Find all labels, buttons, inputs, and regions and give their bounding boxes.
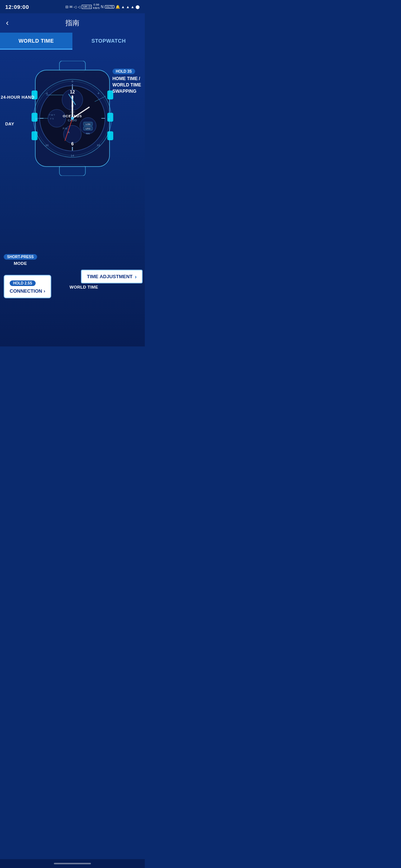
svg-text:F S: F S — [50, 118, 53, 120]
svg-text:-6: -6 — [35, 118, 38, 121]
svg-text:A: A — [68, 131, 70, 134]
wifi-icon1: ◁ — [74, 5, 76, 9]
svg-text:UTO: UTO — [86, 128, 91, 130]
tab-world-time[interactable]: WORLD TIME — [0, 33, 72, 50]
watch-illustration: 0 4 6 10 14 -10 -6 -4 24 12 T W T F — [24, 61, 121, 177]
nfc-icon: N — [101, 5, 104, 9]
mr-icon: MR-D — [82, 5, 92, 9]
svg-text:-10: -10 — [44, 144, 49, 147]
vibrate-icon: 🔔 — [115, 5, 120, 9]
wifi-icon2: ◁ — [78, 5, 81, 9]
status-icons: ⊟ ✉ ◁ ◁ MR-D 0.98KB/S N VoLTE 🔔 ▲ ▲ ▲ ⬤ — [65, 3, 140, 10]
connection-button-container: HOLD 2.5S CONNECTION › — [4, 275, 51, 298]
annotation-day: DAY — [5, 120, 14, 127]
tab-bar: WORLD TIME STOPWATCH — [0, 33, 145, 50]
svg-text:6: 6 — [71, 141, 74, 147]
home-time-label: HOME TIME / WORLD TIME SWAPPING — [113, 76, 141, 94]
time-adjustment-button[interactable]: TIME ADJUSTMENT › — [81, 270, 143, 283]
day-label: DAY — [5, 122, 14, 126]
volte-icon: VoLTE — [105, 5, 115, 9]
hold25s-badge: HOLD 2.5S — [10, 280, 36, 286]
annotation-worldtime: WORLD TIME — [69, 283, 98, 290]
annotation-hold3s-group: HOLD 3S HOME TIME / WORLD TIME SWAPPING — [113, 68, 141, 94]
svg-text:RAI: RAI — [86, 132, 90, 135]
header: ‹ 指南 — [0, 13, 145, 33]
tab-world-time-label: WORLD TIME — [19, 38, 54, 44]
svg-text:12: 12 — [70, 89, 75, 95]
time-adjustment-label: TIME ADJUSTMENT — [87, 274, 133, 279]
short-press-badge: SHORT-PRESS — [4, 254, 37, 260]
status-bar: 12:09:00 ⊟ ✉ ◁ ◁ MR-D 0.98KB/S N VoLTE 🔔… — [0, 0, 145, 13]
signal1: ▲ — [126, 5, 130, 9]
battery-icon: ⬤ — [136, 5, 140, 9]
sim-icon: ⊟ — [65, 5, 68, 9]
wifi-signal: ▲ — [121, 5, 125, 9]
svg-text:4: 4 — [98, 92, 100, 95]
svg-text:6: 6 — [108, 118, 110, 121]
svg-text:P-N: P-N — [63, 127, 67, 130]
signal2: ▲ — [131, 5, 134, 9]
connection-button[interactable]: CONNECTION › — [10, 288, 45, 294]
24hour-hand-label: 24-HOUR HAND — [1, 95, 35, 99]
hold25s-badge-container: HOLD 2.5S — [10, 279, 45, 287]
svg-rect-5 — [32, 131, 38, 140]
svg-point-51 — [71, 117, 74, 120]
svg-text:AT/D: AT/D — [70, 111, 75, 113]
svg-text:14: 14 — [71, 154, 74, 157]
page-title: 指南 — [6, 18, 139, 28]
svg-text:LON: LON — [86, 123, 90, 125]
svg-text:T W T: T W T — [49, 114, 55, 116]
svg-text:AST: AST — [70, 114, 75, 116]
hold3s-badge: HOLD 3S — [113, 69, 135, 74]
svg-text:-4: -4 — [45, 92, 48, 95]
time-adjustment-container: TIME ADJUSTMENT › — [81, 270, 143, 283]
speed-indicator: 0.98KB/S — [93, 3, 100, 10]
time-adjustment-arrow: › — [135, 273, 137, 280]
status-time: 12:09:00 — [5, 4, 29, 10]
annotation-24hour: 24-HOUR HAND — [1, 93, 35, 100]
svg-text:10: 10 — [97, 144, 100, 147]
connection-arrow: › — [43, 288, 45, 294]
connection-label: CONNECTION — [10, 288, 42, 294]
watch-container: 0 4 6 10 14 -10 -6 -4 24 12 T W T F — [0, 50, 145, 346]
world-time-label: WORLD TIME — [69, 285, 98, 289]
tab-stopwatch-label: STOPWATCH — [91, 38, 126, 44]
tab-stopwatch[interactable]: STOPWATCH — [72, 33, 145, 50]
mail-icon: ✉ — [69, 5, 72, 9]
main-content: 0 4 6 10 14 -10 -6 -4 24 12 T W T F — [0, 50, 145, 346]
svg-text:0: 0 — [72, 80, 74, 83]
svg-rect-8 — [107, 131, 113, 140]
annotation-shortpress-group: SHORT-PRESS MODE — [4, 253, 37, 266]
mode-label: MODE — [4, 261, 37, 266]
back-button[interactable]: ‹ — [6, 18, 9, 28]
